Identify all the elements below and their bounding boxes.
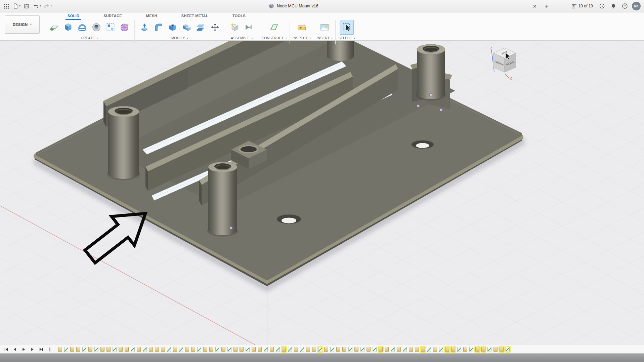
document-tab[interactable]: Node MCU Mount v16 (269, 0, 318, 12)
timeline-feature[interactable] (409, 347, 413, 352)
timeline-feature[interactable] (185, 347, 189, 352)
timeline-sketch-feature[interactable] (348, 347, 352, 352)
timeline-feature[interactable] (161, 347, 165, 352)
viewport[interactable]: Z TOP FRONT RIGHT X (0, 40, 644, 345)
timeline-sketch-feature[interactable] (288, 347, 292, 352)
timeline-sketch-feature[interactable] (403, 347, 407, 352)
tool-offset-face-button[interactable] (194, 20, 208, 35)
model-nodemcu-mount[interactable] (36, 40, 521, 287)
user-avatar[interactable]: KK (632, 2, 641, 10)
timeline-feature[interactable] (342, 347, 346, 352)
tool-create-form-button[interactable] (118, 20, 132, 35)
timeline-feature[interactable] (88, 347, 92, 352)
timeline-feature[interactable] (191, 347, 195, 352)
tab-mesh[interactable]: MESH (134, 12, 169, 20)
timeline-feature[interactable] (125, 347, 129, 352)
timeline-feature[interactable] (336, 347, 340, 352)
timeline-step-forward-button[interactable] (30, 347, 35, 352)
timeline-sketch-feature[interactable] (439, 347, 443, 352)
help-button[interactable]: ? (620, 1, 629, 11)
undo-button[interactable]: ▾ (32, 1, 42, 11)
timeline-sketch-feature[interactable] (300, 347, 304, 352)
viewcube[interactable]: Z TOP FRONT RIGHT X (490, 46, 516, 81)
file-menu-button[interactable]: ▾ (11, 1, 22, 11)
timeline-feature[interactable] (354, 347, 358, 352)
timeline-feature[interactable] (306, 347, 310, 352)
timeline-sketch-feature[interactable] (264, 347, 268, 352)
timeline-sketch-feature[interactable] (113, 347, 117, 352)
timeline-sketch-feature[interactable] (330, 347, 334, 352)
tool-combine-button[interactable] (180, 20, 194, 35)
timeline-feature[interactable] (203, 347, 207, 352)
timeline-sketch-feature[interactable] (94, 347, 98, 352)
timeline-feature[interactable] (209, 347, 213, 352)
timeline-position-marker-button[interactable] (47, 347, 53, 352)
group-construct-label[interactable]: CONSTRUCT▾ (262, 36, 287, 40)
tab-solid[interactable]: SOLID (55, 12, 91, 20)
timeline-feature[interactable] (240, 347, 244, 352)
timeline-feature[interactable] (137, 347, 141, 352)
timeline-feature[interactable] (100, 347, 104, 352)
timeline-feature[interactable] (481, 347, 485, 352)
timeline-feature[interactable] (119, 347, 123, 352)
recent-activity-button[interactable] (598, 1, 606, 11)
new-tab-button[interactable] (542, 1, 551, 11)
timeline-sketch-feature[interactable] (64, 347, 68, 352)
timeline-feature[interactable] (252, 347, 256, 352)
timeline-feature[interactable] (324, 347, 328, 352)
timeline-feature[interactable] (282, 347, 286, 352)
timeline-sketch-feature[interactable] (360, 347, 364, 352)
timeline-sketch-feature[interactable] (227, 347, 231, 352)
close-tab-button[interactable] (530, 1, 539, 11)
timeline-feature[interactable] (233, 347, 238, 352)
tool-press-pull-button[interactable] (137, 20, 152, 35)
timeline-skip-start-button[interactable] (3, 347, 9, 352)
timeline-feature[interactable] (385, 347, 389, 352)
timeline-feature[interactable] (294, 347, 298, 352)
timeline-sketch-feature[interactable] (143, 347, 147, 352)
timeline-feature[interactable] (221, 347, 225, 352)
timeline-sketch-feature[interactable] (179, 347, 183, 352)
tool-new-component-button[interactable] (228, 20, 242, 35)
timeline-feature[interactable] (76, 347, 80, 352)
timeline-sketch-feature[interactable] (427, 347, 431, 352)
app-menu-button[interactable] (2, 1, 11, 11)
tool-rectangular-pattern-button[interactable] (103, 20, 118, 35)
job-status-button[interactable]: 10 of 10 (569, 3, 595, 9)
tab-tools[interactable]: TOOLS (220, 12, 258, 20)
timeline-sketch-feature[interactable] (391, 347, 395, 352)
timeline-feature[interactable] (106, 347, 111, 352)
timeline-sketch-feature[interactable] (167, 347, 171, 352)
tool-extrude-button[interactable] (61, 20, 75, 35)
timeline-feature[interactable] (421, 347, 425, 352)
tool-shell-button[interactable] (166, 20, 180, 35)
timeline-sketch-feature[interactable] (82, 347, 86, 352)
timeline-sketch-feature[interactable] (131, 347, 135, 352)
group-assemble-label[interactable]: ASSEMBLE▾ (231, 36, 253, 40)
timeline-sketch-feature[interactable] (469, 347, 473, 352)
timeline-sketch-feature[interactable] (246, 347, 250, 352)
timeline-sketch-feature[interactable] (457, 347, 461, 352)
tab-sheet-metal[interactable]: SHEET METAL (169, 12, 220, 20)
timeline-sketch-feature[interactable] (506, 347, 510, 352)
timeline-feature[interactable] (433, 347, 437, 352)
timeline-sketch-feature[interactable] (276, 347, 280, 352)
group-create-label[interactable]: CREATE▾ (81, 36, 98, 40)
timeline-feature[interactable] (493, 347, 498, 352)
tool-fillet-button[interactable] (152, 20, 166, 35)
timeline-feature[interactable] (475, 347, 479, 352)
timeline-sketch-feature[interactable] (215, 347, 219, 352)
timeline-sketch-feature[interactable] (487, 347, 491, 352)
tool-move-button[interactable] (208, 20, 222, 35)
timeline-sketch-feature[interactable] (197, 347, 201, 352)
tool-measure-button[interactable] (295, 20, 309, 35)
tool-insert-image-button[interactable] (317, 20, 332, 35)
tool-construction-plane-button[interactable] (267, 20, 281, 35)
tool-hole-button[interactable] (89, 20, 103, 35)
timeline-feature[interactable] (415, 347, 419, 352)
timeline-feature[interactable] (445, 347, 449, 352)
save-button[interactable] (22, 1, 31, 11)
notifications-button[interactable] (609, 1, 618, 11)
group-select-label[interactable]: SELECT▾ (338, 36, 355, 40)
redo-button[interactable]: ▾ (43, 1, 53, 11)
